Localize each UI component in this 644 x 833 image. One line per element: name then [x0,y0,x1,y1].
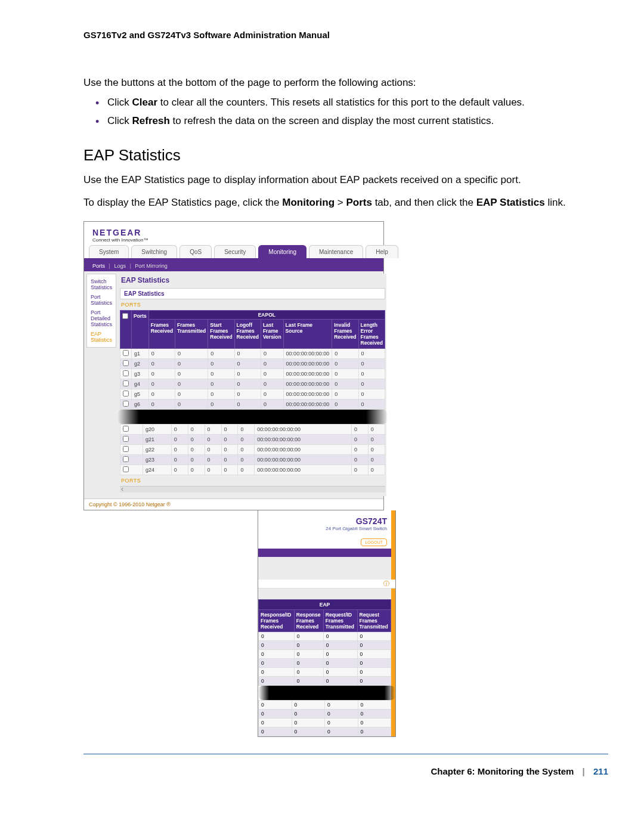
col-length-error-frames-received: Length Error Frames Received [358,320,385,349]
section-p1: Use the EAP Statistics page to display i… [83,173,608,187]
group-eapol: EAPOL [148,311,385,320]
brand-tagline: Connect with Innovation™ [92,237,375,243]
panel-subtitle: EAP Statistics [120,288,385,299]
col-checkbox[interactable] [120,311,132,349]
row-checkbox[interactable] [123,360,129,366]
logout-button[interactable]: LOGOUT [361,538,387,546]
side-panel: Switch Statistics Port Statistics Port D… [86,274,116,348]
table-row[interactable]: g200000 00:00:00:00:00:0000 [120,359,385,369]
row-checkbox[interactable] [123,350,129,356]
col2-respid-received: Response/ID Frames Received [259,610,295,632]
brand-logo: NETGEAR [92,228,375,237]
table-row[interactable]: g100000 00:00:00:00:00:0000 [120,349,385,359]
table-row[interactable]: 0000 [259,668,391,677]
product-model: GS724T [262,516,387,526]
product-desc: 24 Port Gigabit Smart Switch [262,526,387,531]
redaction-bar-1 [117,410,388,424]
table-row[interactable]: 0000 [259,650,391,659]
col2-reqid-transmitted: Request/ID Frames Transmitted [323,610,357,632]
orange-stripe [391,510,395,736]
subnav-ports[interactable]: Ports [92,263,105,269]
row-checkbox[interactable] [123,436,129,442]
table-row[interactable]: g2400000 00:00:00:00:00:0000 [120,465,385,475]
row-checkbox[interactable] [123,446,129,452]
panel-title: EAP Statistics [120,274,385,288]
col-start-frames-received: Start Frames Received [208,320,234,349]
side-port-detailed-statistics[interactable]: Port Detailed Statistics [91,308,112,329]
row-checkbox[interactable] [123,391,129,397]
table-row[interactable]: 0000 [259,701,391,710]
intro-text: Use the buttons at the bottom of the pag… [83,77,608,89]
ports-label-top[interactable]: PORTS [120,299,385,310]
col2-resp-received: Response Frames Received [294,610,323,632]
bullet-refresh: Click Refresh to refresh the data on the… [95,114,608,128]
table-row[interactable]: 0000 [259,632,391,641]
app-screenshot-main: NETGEAR Connect with Innovation™ System … [83,221,384,510]
table-row[interactable]: g2300000 00:00:00:00:00:0000 [120,455,385,465]
tab-qos[interactable]: QoS [179,245,212,258]
section-p2: To display the EAP Statistics page, clic… [83,196,608,210]
group-eap: EAP [259,600,391,610]
row-checkbox[interactable] [123,370,129,376]
tab-security[interactable]: Security [214,245,256,258]
sub-nav: Ports | Logs | Port Mirroring [84,261,383,271]
table-row[interactable]: 0000 [259,677,391,686]
eap-table-bottom: g2000000 00:00:00:00:00:0000 g2100000 00… [120,424,385,475]
table-row[interactable]: g300000 00:00:00:00:00:0000 [120,369,385,379]
side-switch-statistics[interactable]: Switch Statistics [91,277,112,292]
table-row[interactable]: g400000 00:00:00:00:00:0000 [120,379,385,389]
side-eap-statistics[interactable]: EAP Statistics [91,329,112,345]
horizontal-scrollbar[interactable] [120,486,385,493]
table-row[interactable]: g2000000 00:00:00:00:00:0000 [120,425,385,435]
tab-system[interactable]: System [89,245,129,258]
tab-help[interactable]: Help [366,245,398,258]
col-invalid-frames-received: Invalid Frames Received [332,320,358,349]
row-checkbox[interactable] [123,380,129,386]
eap-table-right-bottom: 0000 0000 0000 0000 [258,700,391,736]
row-checkbox[interactable] [123,456,129,462]
col-frames-received: Frames Received [148,320,175,349]
action-bullets: Click Clear to clear all the counters. T… [95,96,608,128]
eap-table-right: EAP Response/ID Frames Received Response… [258,599,391,686]
tab-switching[interactable]: Switching [131,245,177,258]
ports-label-bottom[interactable]: PORTS [120,475,385,486]
side-port-statistics[interactable]: Port Statistics [91,292,112,308]
app-screenshot-right: GS724T 24 Port Gigabit Smart Switch LOGO… [258,510,396,737]
col-frames-transmitted: Frames Transmitted [175,320,208,349]
col-last-frame-source: Last Frame Source [283,320,332,349]
table-row[interactable]: 0000 [259,710,391,719]
tab-monitoring[interactable]: Monitoring [258,245,306,258]
col-last-frame-version: Last Frame Version [261,320,283,349]
info-row [258,580,395,589]
tab-maintenance[interactable]: Maintenance [309,245,363,258]
table-row[interactable]: g600000 00:00:00:00:00:0000 [120,400,385,410]
page-footer: Chapter 6: Monitoring the System | 211 [83,754,608,776]
doc-header: GS716Tv2 and GS724Tv3 Software Administr… [83,30,608,40]
table-row[interactable]: 0000 [259,641,391,650]
copyright: Copyright © 1996-2010 Netgear ® [84,498,383,510]
purple-stripe [258,549,395,557]
row-checkbox[interactable] [123,401,129,407]
col2-req-transmitted: Request Frames Transmitted [357,610,391,632]
subnav-port-mirroring[interactable]: Port Mirroring [135,263,168,269]
table-row[interactable]: g2200000 00:00:00:00:00:0000 [120,445,385,455]
table-row[interactable]: g2100000 00:00:00:00:00:0000 [120,435,385,445]
table-row[interactable]: 0000 [259,719,391,727]
col-logoff-frames-received: Logoff Frames Received [234,320,261,349]
table-row[interactable]: 0000 [259,659,391,668]
table-row[interactable]: g500000 00:00:00:00:00:0000 [120,389,385,400]
subnav-logs[interactable]: Logs [114,263,126,269]
section-heading: EAP Statistics [83,146,608,165]
row-checkbox[interactable] [123,426,129,432]
col-ports: Ports [132,311,149,349]
row-checkbox[interactable] [123,466,129,472]
table-row[interactable]: 0000 [259,727,391,736]
page-number: 211 [593,766,608,776]
eap-table: Ports EAPOL Frames Received Frames Trans… [120,310,385,410]
redaction-bar-2 [258,686,395,700]
select-all-checkbox[interactable] [122,313,128,319]
bullet-clear: Click Clear to clear all the counters. T… [95,96,608,110]
main-tabs: System Switching QoS Security Monitoring… [84,245,383,261]
